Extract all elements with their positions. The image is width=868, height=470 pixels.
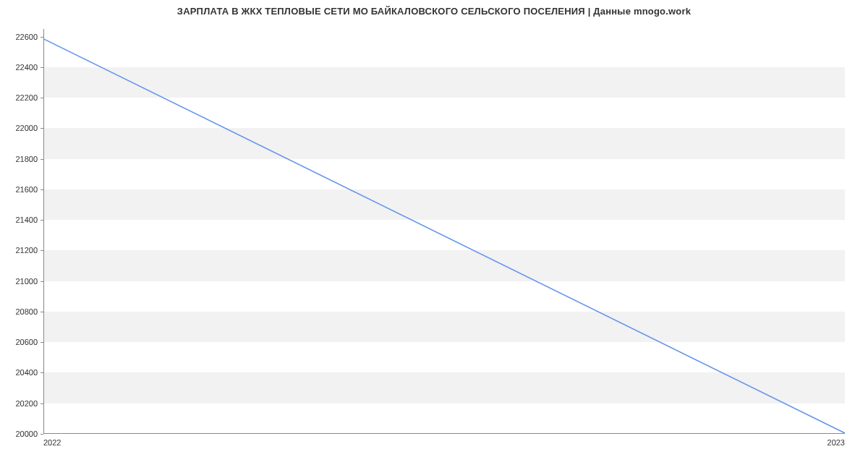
y-tick-mark xyxy=(41,37,43,38)
y-tick-mark xyxy=(41,342,43,343)
y-tick-mark xyxy=(41,159,43,160)
y-tick-label: 21800 xyxy=(15,155,38,163)
y-tick-label: 21000 xyxy=(15,277,38,286)
y-tick-mark xyxy=(41,189,43,190)
y-tick-mark xyxy=(41,372,43,373)
y-tick-mark xyxy=(41,67,43,68)
y-tick-label: 21400 xyxy=(15,215,38,224)
y-tick-label: 20400 xyxy=(15,368,38,377)
plot-area xyxy=(43,29,845,434)
y-tick-label: 20000 xyxy=(15,430,38,438)
y-tick-mark xyxy=(41,250,43,251)
line-series xyxy=(44,29,845,433)
y-tick-label: 20600 xyxy=(15,338,38,346)
y-tick-label: 21200 xyxy=(15,246,38,255)
y-tick-mark xyxy=(41,403,43,404)
y-tick-label: 22600 xyxy=(15,33,38,41)
y-tick-label: 22400 xyxy=(15,63,38,72)
chart-title: ЗАРПЛАТА В ЖКХ ТЕПЛОВЫЕ СЕТИ МО БАЙКАЛОВ… xyxy=(0,6,868,17)
y-tick-mark xyxy=(41,128,43,129)
y-tick-label: 20200 xyxy=(15,399,38,408)
y-axis-ticks: 2000020200204002060020800210002120021400… xyxy=(0,29,41,434)
chart-container: ЗАРПЛАТА В ЖКХ ТЕПЛОВЫЕ СЕТИ МО БАЙКАЛОВ… xyxy=(0,0,868,470)
x-tick-label: 2022 xyxy=(43,438,61,447)
y-tick-mark xyxy=(41,98,43,98)
y-tick-label: 20800 xyxy=(15,307,38,316)
y-tick-mark xyxy=(41,281,43,282)
series-line xyxy=(44,39,845,433)
x-tick-label: 2023 xyxy=(827,438,845,447)
y-tick-mark xyxy=(41,312,43,312)
y-tick-label: 21600 xyxy=(15,185,38,194)
y-tick-mark xyxy=(41,220,43,221)
y-tick-label: 22000 xyxy=(15,124,38,132)
x-axis-ticks: 20222023 xyxy=(43,435,845,457)
y-tick-mark xyxy=(41,434,43,435)
y-tick-label: 22200 xyxy=(15,93,38,102)
